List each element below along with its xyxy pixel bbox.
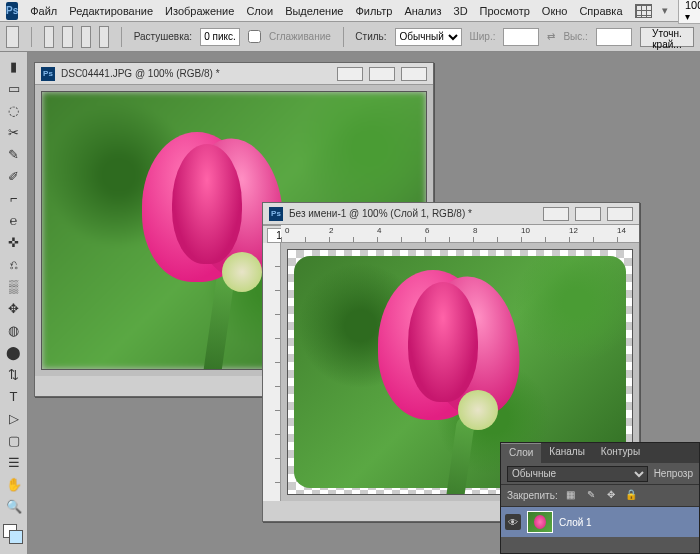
feather-label: Растушевка: — [134, 31, 192, 42]
blend-row: Обычные Непрозр — [501, 463, 699, 485]
visibility-icon[interactable]: 👁 — [505, 514, 521, 530]
maximize-button[interactable] — [369, 67, 395, 81]
lock-row: Закрепить: ▦ ✎ ✥ 🔒 — [501, 485, 699, 507]
menu-3d[interactable]: 3D — [454, 5, 468, 17]
style-label: Стиль: — [355, 31, 386, 42]
chevron-down-icon[interactable]: ▾ — [662, 4, 668, 17]
eyedropper-tool-icon[interactable]: ✎ — [3, 144, 25, 164]
move-tool-icon[interactable]: ▮ — [3, 56, 25, 76]
tab-paths[interactable]: Контуры — [593, 443, 648, 463]
gradient-tool-icon[interactable]: ▒ — [3, 276, 25, 296]
tab-channels[interactable]: Каналы — [541, 443, 593, 463]
menu-bar: Ps Файл Редактирование Изображение Слои … — [0, 0, 700, 22]
marquee-tool-icon[interactable]: ▭ — [3, 78, 25, 98]
width-input — [503, 28, 539, 46]
layer-row[interactable]: 👁 Слой 1 — [501, 507, 699, 537]
crop-tool-icon[interactable]: ✂ — [3, 122, 25, 142]
app-logo: Ps — [6, 2, 18, 20]
doc-title: Без имени-1 @ 100% (Слой 1, RGB/8) * — [289, 208, 537, 219]
arrange-icon[interactable] — [635, 4, 652, 18]
selection-intersect-icon[interactable] — [99, 26, 109, 48]
path-tool-icon[interactable]: ⇅ — [3, 364, 25, 384]
lock-all-icon[interactable]: 🔒 — [624, 489, 638, 503]
rect-tool-icon[interactable]: ▢ — [3, 430, 25, 450]
antialias-checkbox[interactable] — [248, 30, 261, 43]
swap-icon: ⇄ — [547, 31, 555, 42]
height-input — [596, 28, 632, 46]
marquee-tool-icon[interactable] — [6, 26, 19, 48]
workspace: ▮ ▭ ◌ ✂ ✎ ✐ ⌐ ℮ ✜ ⎌ ▒ ✥ ◍ ⬤ ⇅ T ▷ ▢ ☰ ✋ … — [0, 52, 700, 554]
maximize-button[interactable] — [575, 207, 601, 221]
doc-icon: Ps — [41, 67, 55, 81]
doc-icon: Ps — [269, 207, 283, 221]
menu-analyze[interactable]: Анализ — [404, 5, 441, 17]
notes-tool-icon[interactable]: ☰ — [3, 452, 25, 472]
antialias-label: Сглаживание — [269, 31, 331, 42]
lock-label: Закрепить: — [507, 490, 558, 501]
healing-tool-icon[interactable]: ✜ — [3, 232, 25, 252]
menu-select[interactable]: Выделение — [285, 5, 343, 17]
menu-file[interactable]: Файл — [30, 5, 57, 17]
eraser-tool-icon[interactable]: ℮ — [3, 210, 25, 230]
zoom-level[interactable]: 100% ▾ — [678, 0, 700, 24]
layer-name[interactable]: Слой 1 — [559, 517, 592, 528]
shape-tool-icon[interactable]: ▷ — [3, 408, 25, 428]
menu-view[interactable]: Просмотр — [480, 5, 530, 17]
blend-mode-select[interactable]: Обычные — [507, 466, 648, 482]
doc-title: DSC04441.JPG @ 100% (RGB/8) * — [61, 68, 331, 79]
layers-panel: Слои Каналы Контуры Обычные Непрозр Закр… — [500, 442, 700, 554]
color-swatch[interactable] — [3, 524, 25, 546]
zoom-tool-icon[interactable]: 🔍 — [3, 496, 25, 516]
menu-image[interactable]: Изображение — [165, 5, 234, 17]
style-select[interactable]: Обычный — [395, 28, 462, 46]
ruler-horizontal: 0 2 4 6 8 10 12 14 — [281, 225, 639, 243]
close-button[interactable] — [607, 207, 633, 221]
layer-thumbnail[interactable] — [527, 511, 553, 533]
menu-window[interactable]: Окно — [542, 5, 568, 17]
selection-new-icon[interactable] — [44, 26, 54, 48]
options-bar: Растушевка: Сглаживание Стиль: Обычный Ш… — [0, 22, 700, 52]
tab-layers[interactable]: Слои — [501, 443, 541, 463]
selection-add-icon[interactable] — [62, 26, 72, 48]
brush-tool-icon[interactable]: ✐ — [3, 166, 25, 186]
menu-edit[interactable]: Редактирование — [69, 5, 153, 17]
text-tool-icon[interactable]: T — [3, 386, 25, 406]
menu-layers[interactable]: Слои — [246, 5, 273, 17]
minimize-button[interactable] — [337, 67, 363, 81]
opacity-label: Непрозр — [654, 468, 693, 479]
dodge-tool-icon[interactable]: ◍ — [3, 320, 25, 340]
stamp-tool-icon[interactable]: ⌐ — [3, 188, 25, 208]
lock-move-icon[interactable]: ✥ — [604, 489, 618, 503]
width-label: Шир.: — [470, 31, 496, 42]
tools-panel: ▮ ▭ ◌ ✂ ✎ ✐ ⌐ ℮ ✜ ⎌ ▒ ✥ ◍ ⬤ ⇅ T ▷ ▢ ☰ ✋ … — [0, 52, 28, 554]
refine-edge-button[interactable]: Уточн. край... — [640, 27, 694, 47]
history-brush-icon[interactable]: ⎌ — [3, 254, 25, 274]
menu-help[interactable]: Справка — [579, 5, 622, 17]
minimize-button[interactable] — [543, 207, 569, 221]
title-bar[interactable]: Ps Без имени-1 @ 100% (Слой 1, RGB/8) * — [263, 203, 639, 225]
pen-tool-icon[interactable]: ⬤ — [3, 342, 25, 362]
lock-paint-icon[interactable]: ✎ — [584, 489, 598, 503]
lock-pixels-icon[interactable]: ▦ — [564, 489, 578, 503]
selection-sub-icon[interactable] — [81, 26, 91, 48]
lasso-tool-icon[interactable]: ◌ — [3, 100, 25, 120]
title-bar[interactable]: Ps DSC04441.JPG @ 100% (RGB/8) * — [35, 63, 433, 85]
blur-tool-icon[interactable]: ✥ — [3, 298, 25, 318]
panel-tabs: Слои Каналы Контуры — [501, 443, 699, 463]
close-button[interactable] — [401, 67, 427, 81]
feather-input[interactable] — [200, 28, 240, 46]
height-label: Выс.: — [563, 31, 587, 42]
ruler-vertical — [263, 243, 281, 501]
menu-filter[interactable]: Фильтр — [355, 5, 392, 17]
hand-tool-icon[interactable]: ✋ — [3, 474, 25, 494]
